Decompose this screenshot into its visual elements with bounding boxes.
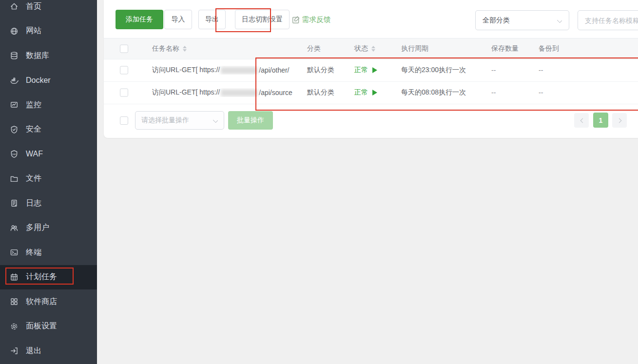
- chevron-right-icon: [618, 118, 622, 123]
- shield-waf-icon: WAF: [10, 150, 19, 158]
- sidebar: 首页 网站 数据库 Docker 监控 安全: [0, 0, 97, 364]
- sidebar-item-label: 面板设置: [26, 321, 57, 331]
- sidebar-item-waf[interactable]: WAF WAF: [0, 142, 97, 167]
- sidebar-item-label: 日志: [26, 198, 41, 209]
- sidebar-item-docker[interactable]: Docker: [0, 68, 97, 93]
- sidebar-item-label: 安全: [26, 124, 41, 134]
- sidebar-item-label: 首页: [26, 1, 41, 12]
- chevron-left-icon: [580, 118, 584, 123]
- sidebar-item-label: 计划任务: [26, 272, 57, 282]
- column-header-category: 分类: [307, 44, 321, 53]
- status-badge: 正常: [354, 88, 368, 97]
- svg-text:WAF: WAF: [12, 153, 17, 155]
- sidebar-item-label: 文件: [26, 173, 41, 184]
- sidebar-item-label: 数据库: [26, 51, 49, 61]
- sidebar-nav: 首页 网站 数据库 Docker 监控 安全: [0, 0, 97, 364]
- export-button[interactable]: 导出: [198, 10, 226, 29]
- calendar-icon: [10, 273, 19, 282]
- redacted-domain: [221, 67, 258, 74]
- terminal-icon: [10, 248, 19, 257]
- users-icon: [10, 224, 19, 232]
- database-icon: [10, 51, 19, 60]
- column-header-keep-count: 保存数量: [491, 44, 519, 53]
- sidebar-item-label: 退出: [26, 346, 41, 356]
- sidebar-item-label: 监控: [26, 100, 41, 110]
- sidebar-item-monitor[interactable]: 监控: [0, 93, 97, 117]
- sidebar-item-logout[interactable]: 退出: [0, 339, 97, 364]
- sidebar-item-security[interactable]: 安全: [0, 117, 97, 142]
- column-header-status[interactable]: 状态: [354, 44, 375, 53]
- cycle-cell: 每天的08:08执行一次: [401, 88, 466, 97]
- table-row: 访问URL-GET[ https:///api/other/ 默认分类 正常 每…: [104, 59, 638, 82]
- task-search-input[interactable]: [578, 10, 638, 30]
- sidebar-item-label: 多用户: [26, 223, 49, 233]
- sidebar-item-website[interactable]: 网站: [0, 19, 97, 44]
- sidebar-item-terminal[interactable]: 终端: [0, 240, 97, 265]
- prev-page-button[interactable]: [574, 113, 589, 128]
- sidebar-item-appstore[interactable]: 软件商店: [0, 289, 97, 314]
- import-button[interactable]: 导入: [164, 10, 192, 29]
- next-page-button[interactable]: [612, 113, 627, 128]
- batch-operation-select[interactable]: 请选择批量操作: [135, 111, 224, 130]
- task-name-cell[interactable]: 访问URL-GET[ https:///api/other/: [152, 66, 302, 75]
- monitor-icon: [10, 100, 19, 109]
- select-all-checkbox[interactable]: [120, 45, 128, 53]
- add-task-button[interactable]: 添加任务: [116, 10, 163, 29]
- docker-icon: [10, 76, 19, 85]
- sidebar-item-home[interactable]: 首页: [0, 0, 97, 19]
- app-grid-icon: [10, 297, 19, 306]
- sidebar-item-label: 网站: [26, 26, 41, 36]
- home-icon: [10, 2, 19, 11]
- sort-icon[interactable]: [183, 46, 187, 52]
- sidebar-item-cron-tasks[interactable]: 计划任务: [0, 265, 97, 290]
- globe-icon: [10, 27, 19, 36]
- feedback-link[interactable]: 需求反馈: [292, 10, 331, 29]
- sidebar-item-settings[interactable]: 面板设置: [0, 314, 97, 339]
- column-header-backup-to: 备份到: [539, 44, 559, 53]
- folder-icon: [10, 174, 19, 183]
- sidebar-item-multiuser[interactable]: 多用户: [0, 216, 97, 241]
- feedback-edit-icon: [292, 16, 300, 24]
- row-checkbox[interactable]: [120, 89, 128, 97]
- task-name-cell[interactable]: 访问URL-GET[ https:///api/source: [152, 88, 302, 97]
- sidebar-item-files[interactable]: 文件: [0, 167, 97, 192]
- category-filter-value: 全部分类: [483, 16, 510, 25]
- sort-icon[interactable]: [371, 46, 375, 52]
- feedback-label: 需求反馈: [302, 15, 331, 24]
- category-cell: 默认分类: [307, 88, 334, 97]
- chevron-down-icon: [557, 18, 562, 23]
- backup-to-cell: --: [539, 66, 543, 74]
- sidebar-item-database[interactable]: 数据库: [0, 43, 97, 68]
- cron-tasks-card: 添加任务 导入 导出 日志切割设置 需求反馈 全部分类 任务名称 分类 状态: [104, 0, 638, 138]
- batch-operation-placeholder: 请选择批量操作: [141, 116, 189, 125]
- shield-check-icon: [10, 125, 19, 134]
- run-task-icon[interactable]: [372, 90, 377, 96]
- chevron-down-icon: [213, 118, 218, 123]
- log-split-settings-button[interactable]: 日志切割设置: [235, 10, 290, 29]
- panel-app: 首页 网站 数据库 Docker 监控 安全: [0, 0, 638, 364]
- column-header-cycle: 执行周期: [401, 44, 428, 53]
- keep-count-cell: --: [491, 89, 496, 96]
- run-task-icon[interactable]: [372, 67, 377, 73]
- row-checkbox[interactable]: [120, 66, 128, 75]
- sidebar-item-logs[interactable]: 日志: [0, 191, 97, 216]
- sidebar-item-label: 软件商店: [26, 297, 57, 307]
- footer-select-all-checkbox[interactable]: [120, 116, 128, 125]
- table-row: 访问URL-GET[ https:///api/source 默认分类 正常 每…: [104, 81, 638, 104]
- backup-to-cell: --: [539, 89, 543, 96]
- category-filter-select[interactable]: 全部分类: [475, 10, 569, 30]
- column-header-task-name[interactable]: 任务名称: [152, 44, 302, 53]
- cycle-cell: 每天的23:00执行一次: [401, 66, 466, 75]
- current-page-button[interactable]: 1: [593, 113, 608, 128]
- table-header: 任务名称 分类 状态 执行周期 保存数量 备份到: [104, 38, 638, 59]
- logout-icon: [10, 346, 19, 355]
- keep-count-cell: --: [491, 66, 496, 74]
- batch-operation-button[interactable]: 批量操作: [228, 111, 273, 130]
- status-badge: 正常: [354, 66, 368, 75]
- log-file-icon: [10, 199, 19, 208]
- sidebar-item-label: Docker: [26, 76, 51, 85]
- sidebar-item-label: 终端: [26, 248, 41, 258]
- gear-icon: [10, 322, 19, 331]
- category-cell: 默认分类: [307, 66, 334, 75]
- redacted-domain: [221, 89, 258, 96]
